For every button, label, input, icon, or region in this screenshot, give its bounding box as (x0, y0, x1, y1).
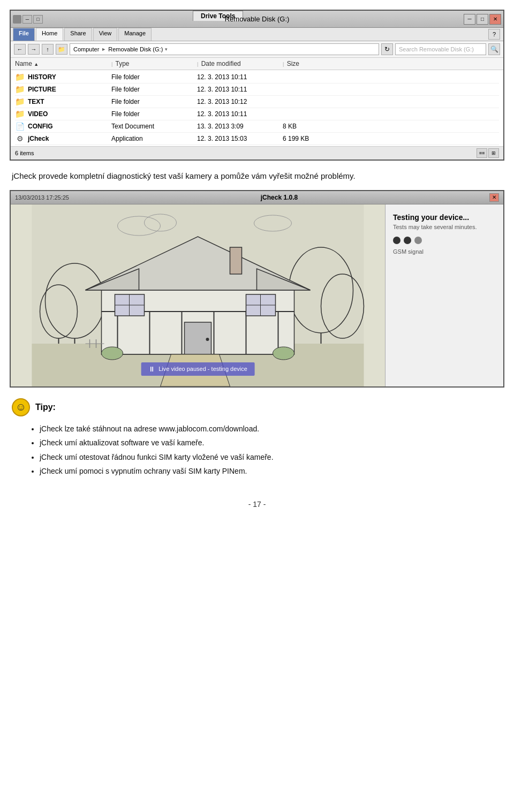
folder-icon: 📁 (15, 97, 25, 106)
table-row[interactable]: 📁 VIDEO File folder 12. 3. 2013 10:11 (15, 108, 499, 120)
file-date: 13. 3. 2013 3:09 (197, 123, 283, 130)
svg-point-22 (206, 338, 209, 341)
window-minimize-btn[interactable]: ─ (464, 14, 475, 25)
window-maximize-btn[interactable]: □ (477, 14, 488, 25)
dot-3 (414, 237, 422, 244)
testing-subtitle: Tests may take several minutes. (393, 224, 496, 230)
file-date: 12. 3. 2013 10:11 (197, 86, 283, 93)
path-arrow-2: ▾ (165, 47, 168, 52)
view-large-icons-btn[interactable]: ⊞ (488, 148, 499, 158)
address-bar: ← → ↑ 📁 Computer ► Removable Disk (G:) ▾… (11, 41, 503, 58)
file-name: VIDEO (28, 110, 111, 118)
testing-title: Testing your device... (393, 213, 496, 222)
document-icon: 📄 (15, 122, 25, 131)
path-arrow-1: ► (101, 47, 106, 52)
page-number: - 17 - (0, 484, 514, 517)
search-box[interactable]: Search Removable Disk (G:) (395, 43, 486, 55)
folder-icon: 📁 (15, 85, 25, 94)
file-date: 12. 3. 2013 15:03 (197, 135, 283, 142)
file-type: Application (111, 135, 197, 142)
svg-point-31 (102, 347, 123, 360)
jcheck-testing-panel: Testing your device... Tests may take se… (386, 204, 503, 386)
file-type: File folder (111, 73, 197, 81)
col-header-size[interactable]: | Size (283, 60, 326, 67)
back-button[interactable]: ← (14, 44, 26, 55)
list-item: jCheck umí otestovat řádnou funkci SIM k… (40, 450, 502, 465)
refresh-button[interactable]: ↻ (381, 43, 393, 55)
tips-list: jCheck lze také stáhnout na adrese www.j… (12, 422, 502, 479)
maximize-restore-button[interactable]: □ (33, 15, 43, 24)
list-item: jCheck umí aktualizovat software ve vaší… (40, 436, 502, 450)
list-item: jCheck umí pomoci s vypnutím ochrany vaš… (40, 464, 502, 479)
intro-paragraph: jCheck provede kompletní diagnostický te… (12, 171, 356, 180)
table-row[interactable]: 📁 HISTORY File folder 12. 3. 2013 10:11 (15, 71, 499, 84)
jcheck-timestamp: 13/03/2013 17:25:25 (15, 194, 69, 201)
explorer-window: ─ □ Drive Tools Removable Disk (G:) ─ □ … (10, 10, 504, 161)
file-name: PICTURE (28, 86, 111, 93)
file-type: File folder (111, 98, 197, 105)
path-removable-disk: Removable Disk (G:) (108, 46, 163, 52)
forward-button[interactable]: → (28, 44, 40, 55)
file-name: HISTORY (28, 73, 111, 81)
file-size: 6 199 KB (283, 135, 326, 142)
video-overlay-text: Live video paused - testing device (158, 366, 247, 372)
dot-2 (404, 237, 411, 244)
window-title: Removable Disk (G:) (225, 15, 290, 23)
tab-manage[interactable]: Manage (118, 28, 152, 41)
file-list: 📁 HISTORY File folder 12. 3. 2013 10:11 … (11, 70, 503, 146)
jcheck-window: 13/03/2013 17:25:25 jCheck 1.0.8 ✕ (10, 190, 504, 388)
file-size: 8 KB (283, 123, 326, 130)
table-row[interactable]: 📁 TEXT File folder 12. 3. 2013 10:12 (15, 96, 499, 108)
tips-title: Tipy: (35, 403, 56, 412)
explorer-title-bar: ─ □ Drive Tools Removable Disk (G:) ─ □ … (11, 11, 503, 28)
file-name: TEXT (28, 98, 111, 105)
col-header-date[interactable]: | Date modified (197, 60, 283, 67)
window-close-btn[interactable]: ✕ (489, 14, 501, 25)
page-number-text: - 17 - (248, 500, 266, 509)
title-bar-left: ─ □ (13, 15, 43, 24)
gsm-dots (393, 237, 496, 244)
help-button[interactable]: ? (488, 29, 500, 40)
svg-point-32 (273, 347, 294, 360)
col-header-type[interactable]: | Type (111, 60, 197, 67)
up-button[interactable]: ↑ (42, 44, 54, 55)
svg-rect-29 (230, 247, 242, 274)
view-details-btn[interactable]: ≡≡ (477, 148, 487, 158)
column-headers: Name ▲ | Type | Date modified | Size (11, 58, 503, 70)
table-row[interactable]: ⚙ jCheck Application 12. 3. 2013 15:03 6… (15, 133, 499, 145)
tab-file[interactable]: File (13, 28, 35, 41)
file-name: jCheck (28, 135, 111, 142)
file-date: 12. 3. 2013 10:11 (197, 110, 283, 118)
video-overlay: ⏸ Live video paused - testing device (141, 362, 255, 376)
smiley-icon: ☺ (12, 398, 30, 416)
item-count: 6 items (15, 150, 34, 156)
tab-share[interactable]: Share (64, 28, 92, 41)
table-row[interactable]: 📁 PICTURE File folder 12. 3. 2013 10:11 (15, 84, 499, 96)
file-type: File folder (111, 86, 197, 93)
pause-icon: ⏸ (148, 365, 155, 373)
table-row[interactable]: 📄 CONFIG Text Document 13. 3. 2013 3:09 … (15, 120, 499, 133)
folder-icon: 📁 (15, 110, 25, 118)
col-header-name[interactable]: Name ▲ (15, 60, 111, 67)
status-bar: 6 items ≡≡ ⊞ (11, 146, 503, 160)
dot-1 (393, 237, 400, 244)
tab-home[interactable]: Home (36, 28, 63, 41)
gsm-label: GSM signal (393, 248, 496, 255)
folder-icon: 📁 (15, 73, 25, 81)
jcheck-title-bar: 13/03/2013 17:25:25 jCheck 1.0.8 ✕ (11, 191, 503, 204)
minimize-button[interactable]: ─ (22, 15, 32, 24)
address-path[interactable]: Computer ► Removable Disk (G:) ▾ (70, 43, 379, 55)
file-name: CONFIG (28, 123, 111, 130)
tab-view[interactable]: View (93, 28, 118, 41)
path-computer: Computer (73, 46, 99, 52)
tips-header: ☺ Tipy: (12, 398, 502, 416)
folder-icon-btn: 📁 (56, 44, 67, 55)
intro-text: jCheck provede kompletní diagnostický te… (0, 161, 514, 190)
jcheck-title: jCheck 1.0.8 (261, 194, 298, 201)
ribbon: File Home Share View Manage ? (11, 28, 503, 41)
view-buttons: ≡≡ ⊞ (477, 148, 499, 158)
search-button[interactable]: 🔍 (488, 43, 500, 55)
search-placeholder: Search Removable Disk (G:) (399, 46, 474, 52)
jcheck-close-btn[interactable]: ✕ (489, 193, 499, 202)
jcheck-video-panel: ⏸ Live video paused - testing device (11, 204, 386, 386)
